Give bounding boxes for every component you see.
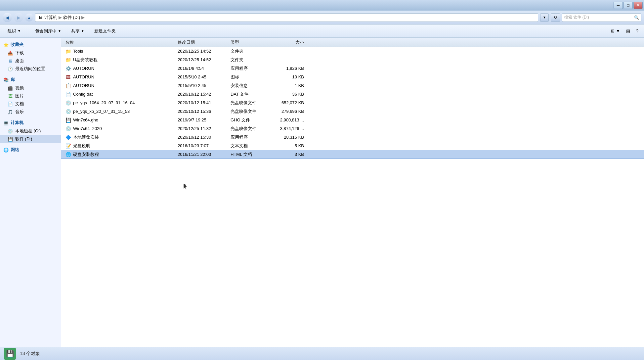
share-button[interactable]: 共享 ▼ bbox=[67, 26, 89, 36]
table-row[interactable]: 📄 Config.dat 2020/10/12 15:42 DAT 文件 36 … bbox=[61, 90, 644, 99]
new-folder-button[interactable]: 新建文件夹 bbox=[90, 26, 120, 36]
video-icon: 🎬 bbox=[7, 85, 13, 91]
sidebar-item-downloads[interactable]: 📥 下载 bbox=[0, 49, 61, 57]
breadcrumb-computer[interactable]: 计算机 bbox=[44, 15, 57, 21]
file-type-cell: GHO 文件 bbox=[229, 117, 269, 123]
file-date-cell: 2020/10/12 15:41 bbox=[176, 100, 229, 105]
close-button[interactable]: ✕ bbox=[633, 2, 643, 9]
breadcrumb-bar[interactable]: 🖥 计算机 ▶ 软件 (D:) ▶ bbox=[35, 13, 538, 22]
add-to-library-button[interactable]: 包含到库中 ▼ bbox=[31, 26, 65, 36]
titlebar-buttons: ─ □ ✕ bbox=[614, 2, 643, 9]
exe-icon: ⚙️ bbox=[65, 66, 71, 71]
file-type-cell: 应用程序 bbox=[229, 66, 269, 71]
table-row[interactable]: 🖼 AUTORUN 2015/5/10 2:45 图标 10 KB bbox=[61, 73, 644, 81]
computer-icon: 💻 bbox=[3, 120, 9, 125]
recent-label: 最近访问的位置 bbox=[15, 66, 45, 72]
breadcrumb-disk[interactable]: 软件 (D:) bbox=[63, 15, 80, 21]
sidebar-section-favorites: ⭐ 收藏夹 📥 下载 🖥 桌面 🕐 最近访问的位置 bbox=[0, 40, 61, 73]
view-details-button[interactable]: ▤ bbox=[624, 26, 632, 36]
file-date-cell: 2020/10/12 15:30 bbox=[176, 135, 229, 140]
inf-icon: 📋 bbox=[65, 83, 71, 89]
file-name-text: pe_yqs_1064_20_07_31_16_04 bbox=[73, 100, 135, 105]
address-dropdown-button[interactable]: ▼ bbox=[540, 13, 549, 22]
sidebar-item-image[interactable]: 🖼 图片 bbox=[0, 92, 61, 100]
iso-icon: 💿 bbox=[65, 100, 71, 106]
column-headers: 名称 修改日期 类型 大小 bbox=[61, 38, 644, 47]
sidebar-item-doc[interactable]: 📄 文档 bbox=[0, 100, 61, 108]
library-label: 库 bbox=[11, 77, 15, 83]
search-bar[interactable]: 搜索 软件 (D:) 🔍 bbox=[562, 13, 641, 22]
organize-button[interactable]: 组织 ▼ bbox=[3, 26, 25, 36]
file-name-text: 光盘说明 bbox=[73, 143, 90, 149]
file-name-text: U盘安装教程 bbox=[73, 57, 98, 63]
table-row[interactable]: 💿 pe_yqs_xp_20_07_31_15_53 2020/10/12 15… bbox=[61, 107, 644, 116]
view-button[interactable]: ⊞ ▼ bbox=[609, 26, 622, 36]
file-list-container: 名称 修改日期 类型 大小 📁 Tools 2020/12/25 14:52 文… bbox=[61, 38, 644, 347]
statusbar-count: 13 个对象 bbox=[20, 351, 40, 357]
network-label: 网络 bbox=[11, 147, 19, 153]
favorites-label: 收藏夹 bbox=[11, 42, 23, 48]
downloads-label: 下载 bbox=[15, 50, 24, 56]
help-button[interactable]: ? bbox=[634, 26, 641, 36]
folder-icon: 📁 bbox=[65, 57, 71, 63]
table-row[interactable]: 📁 U盘安装教程 2020/12/25 14:52 文件夹 bbox=[61, 56, 644, 64]
titlebar: ─ □ ✕ bbox=[0, 0, 644, 11]
file-name-cell: 💿 pe_yqs_xp_20_07_31_15_53 bbox=[64, 109, 176, 114]
file-type-cell: 文件夹 bbox=[229, 57, 269, 63]
search-icon[interactable]: 🔍 bbox=[634, 15, 639, 20]
sidebar-item-recent[interactable]: 🕐 最近访问的位置 bbox=[0, 65, 61, 73]
sidebar-item-music[interactable]: 🎵 音乐 bbox=[0, 108, 61, 116]
sidebar-item-disk-c[interactable]: 💿 本地磁盘 (C:) bbox=[0, 127, 61, 135]
col-header-name[interactable]: 名称 bbox=[64, 39, 176, 45]
sidebar-item-video[interactable]: 🎬 视频 bbox=[0, 84, 61, 92]
table-row[interactable]: 💿 Win7x64_2020 2020/12/25 11:32 光盘映像文件 3… bbox=[61, 124, 644, 133]
sidebar-header-favorites[interactable]: ⭐ 收藏夹 bbox=[0, 40, 61, 49]
maximize-button[interactable]: □ bbox=[623, 2, 633, 9]
table-row[interactable]: 🔷 本地硬盘安装 2020/10/12 15:30 应用程序 28,315 KB bbox=[61, 133, 644, 142]
toolbar-divider1 bbox=[28, 27, 28, 35]
file-size-cell: 3 KB bbox=[269, 152, 305, 157]
file-date-cell: 2020/10/12 15:36 bbox=[176, 109, 229, 114]
sidebar-item-disk-d[interactable]: 💾 软件 (D:) bbox=[0, 135, 61, 143]
sidebar-section-network: 🌐 网络 bbox=[0, 146, 61, 154]
network-icon: 🌐 bbox=[3, 148, 9, 153]
file-name-cell: ⚙️ AUTORUN bbox=[64, 66, 176, 71]
up-button[interactable]: ▲ bbox=[25, 14, 33, 22]
file-name-text: pe_yqs_xp_20_07_31_15_53 bbox=[73, 109, 130, 114]
file-type-cell: 图标 bbox=[229, 74, 269, 80]
folder-icon: 📁 bbox=[65, 48, 71, 54]
table-row[interactable]: 🌐 硬盘安装教程 2016/11/21 22:03 HTML 文档 3 KB bbox=[61, 150, 644, 159]
sidebar-header-library[interactable]: 📚 库 bbox=[0, 75, 61, 84]
table-row[interactable]: 📝 光盘说明 2016/10/23 7:07 文本文档 5 KB bbox=[61, 142, 644, 150]
col-header-size[interactable]: 大小 bbox=[269, 39, 305, 45]
file-type-cell: HTML 文档 bbox=[229, 152, 269, 158]
minimize-button[interactable]: ─ bbox=[614, 2, 623, 9]
file-size-cell: 5 KB bbox=[269, 143, 305, 148]
file-name-cell: 🖼 AUTORUN bbox=[64, 74, 176, 80]
back-button[interactable]: ◀ bbox=[3, 13, 12, 22]
sidebar-section-computer: 💻 计算机 💿 本地磁盘 (C:) 💾 软件 (D:) bbox=[0, 118, 61, 143]
exe-blue-icon: 🔷 bbox=[65, 134, 71, 140]
table-row[interactable]: ⚙️ AUTORUN 2016/1/8 4:54 应用程序 1,926 KB bbox=[61, 64, 644, 73]
file-date-cell: 2015/5/10 2:45 bbox=[176, 83, 229, 88]
forward-button[interactable]: ▶ bbox=[14, 13, 23, 22]
sidebar-header-computer[interactable]: 💻 计算机 bbox=[0, 118, 61, 127]
refresh-button[interactable]: ↻ bbox=[551, 13, 560, 22]
image-icon: 🖼 bbox=[7, 93, 13, 99]
col-header-date[interactable]: 修改日期 bbox=[176, 39, 229, 45]
file-date-cell: 2016/1/8 4:54 bbox=[176, 66, 229, 71]
table-row[interactable]: 💿 pe_yqs_1064_20_07_31_16_04 2020/10/12 … bbox=[61, 99, 644, 107]
file-size-cell: 36 KB bbox=[269, 92, 305, 97]
table-row[interactable]: 📁 Tools 2020/12/25 14:52 文件夹 bbox=[61, 47, 644, 56]
file-date-cell: 2020/12/25 11:32 bbox=[176, 126, 229, 131]
col-header-type[interactable]: 类型 bbox=[229, 39, 269, 45]
table-row[interactable]: 📋 AUTORUN 2015/5/10 2:45 安装信息 1 KB bbox=[61, 81, 644, 90]
add-to-library-label: 包含到库中 bbox=[35, 28, 57, 34]
table-row[interactable]: 💾 Win7x64.gho 2019/9/7 19:25 GHO 文件 2,90… bbox=[61, 116, 644, 124]
disk-d-label: 软件 (D:) bbox=[15, 136, 32, 142]
sidebar-item-desktop[interactable]: 🖥 桌面 bbox=[0, 57, 61, 65]
recent-icon: 🕐 bbox=[7, 66, 13, 72]
file-date-cell: 2020/10/12 15:42 bbox=[176, 92, 229, 97]
sidebar-header-network[interactable]: 🌐 网络 bbox=[0, 146, 61, 154]
file-type-cell: 光盘映像文件 bbox=[229, 109, 269, 114]
